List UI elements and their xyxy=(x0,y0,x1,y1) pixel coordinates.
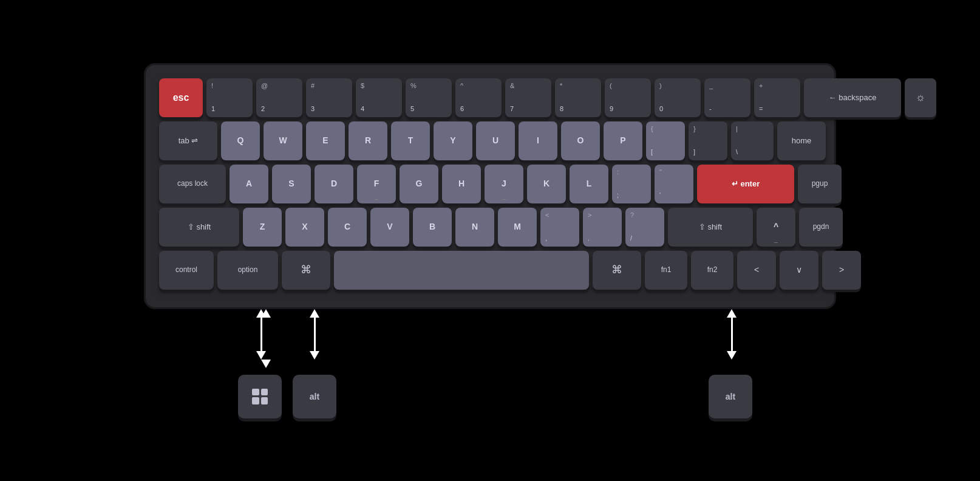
key-pgdn[interactable]: pgdn xyxy=(799,208,843,247)
key-cmd-left[interactable]: ⌘ xyxy=(282,251,330,290)
key-7[interactable]: & 7 xyxy=(505,78,551,117)
key-backslash[interactable]: | \ xyxy=(731,121,774,160)
key-control[interactable]: control xyxy=(159,251,214,290)
key-v[interactable]: V xyxy=(370,208,409,247)
right-arrow xyxy=(727,309,737,360)
right-swap-arrow xyxy=(727,309,737,360)
key-d[interactable]: D xyxy=(315,165,353,203)
key-t[interactable]: T xyxy=(391,121,430,160)
key-arrow-down[interactable]: ∨ xyxy=(780,251,818,290)
win-icon-br xyxy=(261,397,268,404)
arrow-down-chevron xyxy=(256,351,266,360)
key-9-bottom: 9 xyxy=(610,105,613,113)
key-rbracket[interactable]: } ] xyxy=(689,121,727,160)
key-x[interactable]: X xyxy=(285,208,324,247)
key-0-top: ) xyxy=(659,82,662,90)
key-w[interactable]: W xyxy=(264,121,302,160)
key-9[interactable]: ( 9 xyxy=(605,78,651,117)
key-option[interactable]: option xyxy=(217,251,278,290)
key-u[interactable]: U xyxy=(476,121,515,160)
key-y[interactable]: Y xyxy=(434,121,472,160)
key-cmd-right[interactable]: ⌘ xyxy=(593,251,641,290)
key-r[interactable]: R xyxy=(349,121,387,160)
key-capslock[interactable]: caps lock xyxy=(159,165,226,203)
swap-key-alt-left[interactable]: alt xyxy=(293,375,336,418)
key-c[interactable]: C xyxy=(328,208,367,247)
key-shift-left[interactable]: ⇧ shift xyxy=(159,208,239,247)
key-3-top: # xyxy=(311,82,315,90)
row-4: ⇧ shift Z X C V B N M < , > . ? / ⇧ shif… xyxy=(159,208,821,247)
key-quote[interactable]: " ' xyxy=(655,165,693,203)
key-1[interactable]: ! 1 xyxy=(206,78,253,117)
key-8[interactable]: * 8 xyxy=(555,78,601,117)
key-3[interactable]: # 3 xyxy=(306,78,352,117)
key-a[interactable]: A xyxy=(230,165,268,203)
key-minus-bottom: - xyxy=(709,105,712,113)
key-home[interactable]: home xyxy=(777,121,826,160)
key-8-bottom: 8 xyxy=(560,105,563,113)
key-arrow-right[interactable]: > xyxy=(822,251,861,290)
key-e[interactable]: E xyxy=(306,121,345,160)
key-o[interactable]: O xyxy=(561,121,600,160)
key-caret[interactable]: ^ _ xyxy=(757,208,795,247)
key-f[interactable]: F _ xyxy=(357,165,396,203)
key-6-top: ^ xyxy=(460,82,463,90)
key-i[interactable]: I xyxy=(519,121,557,160)
right-swap-keys: alt xyxy=(709,375,752,418)
key-7-top: & xyxy=(510,82,514,90)
windows-icon xyxy=(252,389,268,404)
key-arrow-left[interactable]: < xyxy=(737,251,776,290)
key-4[interactable]: $ 4 xyxy=(356,78,402,117)
key-0-bottom: 0 xyxy=(659,105,663,113)
key-g[interactable]: G xyxy=(400,165,438,203)
key-5[interactable]: % 5 xyxy=(406,78,452,117)
key-m[interactable]: M xyxy=(498,208,537,247)
key-esc[interactable]: esc xyxy=(159,78,203,117)
row-5: control option ⌘ ⌘ fn1 fn2 < ∨ > xyxy=(159,251,821,290)
key-j[interactable]: J _ xyxy=(485,165,523,203)
key-h[interactable]: H xyxy=(442,165,481,203)
key-pgup[interactable]: pgup xyxy=(798,165,842,203)
key-4-bottom: 4 xyxy=(361,105,364,113)
key-k[interactable]: K xyxy=(527,165,566,203)
right-swap-arrow-group xyxy=(727,309,737,360)
key-space[interactable] xyxy=(334,251,589,290)
key-lbracket[interactable]: { [ xyxy=(646,121,685,160)
key-fn1[interactable]: fn1 xyxy=(645,251,687,290)
key-p[interactable]: P xyxy=(604,121,642,160)
key-minus[interactable]: _ - xyxy=(704,78,750,117)
key-enter[interactable]: ↵ enter xyxy=(697,165,794,203)
key-tab[interactable]: tab ⇌ xyxy=(159,121,217,160)
swap-key-alt-right[interactable]: alt xyxy=(709,375,752,418)
win-icon-tl xyxy=(252,389,259,396)
key-1-top: ! xyxy=(211,82,213,90)
key-shift-right[interactable]: ⇧ shift xyxy=(668,208,753,247)
key-0[interactable]: ) 0 xyxy=(655,78,701,117)
key-backspace[interactable]: ← backspace xyxy=(804,78,901,117)
key-slash[interactable]: ? / xyxy=(625,208,664,247)
key-5-top: % xyxy=(410,82,417,90)
key-equals[interactable]: + = xyxy=(754,78,800,117)
alt-arrow xyxy=(310,309,319,360)
key-brightness[interactable]: ☼ xyxy=(905,78,936,117)
swap-key-win[interactable] xyxy=(238,375,282,418)
key-equals-top: + xyxy=(759,82,763,90)
key-semicolon[interactable]: : ; xyxy=(612,165,651,203)
key-s[interactable]: S xyxy=(272,165,311,203)
key-minus-top: _ xyxy=(709,82,713,90)
key-z[interactable]: Z xyxy=(243,208,282,247)
key-l[interactable]: L xyxy=(570,165,608,203)
key-period[interactable]: > . xyxy=(583,208,622,247)
key-fn2[interactable]: fn2 xyxy=(691,251,733,290)
key-b[interactable]: B xyxy=(413,208,452,247)
win-swap-arrow xyxy=(256,309,266,360)
esc-label: esc xyxy=(173,92,189,103)
arrow-shaft-alt xyxy=(314,318,316,351)
key-comma[interactable]: < , xyxy=(540,208,579,247)
key-q[interactable]: Q xyxy=(221,121,260,160)
key-6[interactable]: ^ 6 xyxy=(455,78,502,117)
arrow-shaft-win xyxy=(260,318,262,351)
alt-swap-arrow xyxy=(310,309,319,360)
key-2[interactable]: @ 2 xyxy=(256,78,302,117)
key-n[interactable]: N xyxy=(455,208,494,247)
